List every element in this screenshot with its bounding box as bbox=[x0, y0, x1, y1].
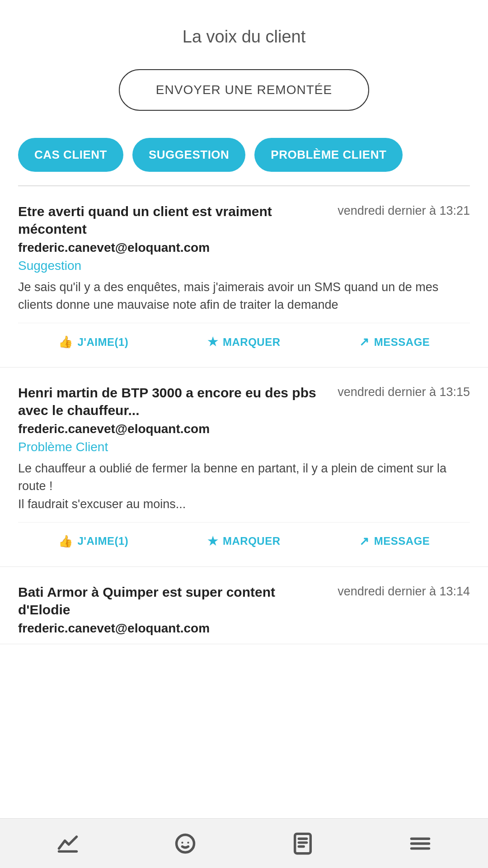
svg-point-2 bbox=[181, 841, 183, 843]
svg-point-3 bbox=[187, 841, 189, 843]
feed-item-tag: Problème Client bbox=[18, 440, 328, 454]
feed-item-date: vendredi dernier à 13:21 bbox=[338, 203, 470, 219]
feed-item: Henri martin de BTP 3000 a encore eu des… bbox=[0, 368, 488, 566]
feed-item-header: Bati Armor à Quimper est super content d… bbox=[18, 583, 470, 639]
star-icon: ★ bbox=[207, 335, 218, 349]
feed-item: Etre averti quand un client est vraiment… bbox=[0, 186, 488, 368]
message-icon: ↗ bbox=[359, 335, 370, 349]
feed-item-date: vendredi dernier à 13:14 bbox=[338, 583, 470, 599]
chart-icon bbox=[56, 832, 80, 855]
feed-item-author: frederic.canevet@eloquant.com bbox=[18, 241, 328, 255]
thumb-up-icon: 👍 bbox=[58, 534, 73, 548]
mark-button[interactable]: ★ MARQUER bbox=[169, 530, 319, 553]
message-label: MESSAGE bbox=[374, 336, 430, 349]
nav-docs-button[interactable] bbox=[286, 827, 319, 860]
bottom-spacer bbox=[0, 644, 488, 698]
nav-menu-button[interactable] bbox=[404, 827, 436, 860]
mark-label: MARQUER bbox=[223, 535, 281, 547]
filter-cas-client[interactable]: CAS CLIENT bbox=[18, 138, 123, 172]
feed-item-author: frederic.canevet@eloquant.com bbox=[18, 422, 328, 436]
feed-item: Bati Armor à Quimper est super content d… bbox=[0, 567, 488, 644]
like-label: J'AIME(1) bbox=[77, 336, 128, 349]
mark-button[interactable]: ★ MARQUER bbox=[169, 330, 319, 354]
bottom-navigation bbox=[0, 818, 488, 868]
feed-item-title: Henri martin de BTP 3000 a encore eu des… bbox=[18, 384, 328, 419]
nav-stats-button[interactable] bbox=[52, 827, 84, 860]
feed-item-actions: 👍 J'AIME(1) ★ MARQUER ↗ MESSAGE bbox=[18, 323, 470, 363]
feed-item-date: vendredi dernier à 13:15 bbox=[338, 384, 470, 400]
feed-item-title: Bati Armor à Quimper est super content d… bbox=[18, 583, 328, 618]
filter-suggestion[interactable]: SUGGESTION bbox=[132, 138, 245, 172]
menu-icon bbox=[408, 832, 432, 855]
feed-item-left: Bati Armor à Quimper est super content d… bbox=[18, 583, 328, 639]
send-remontee-button[interactable]: ENVOYER UNE REMONTÉE bbox=[119, 69, 369, 111]
doc-icon bbox=[291, 832, 314, 855]
message-icon: ↗ bbox=[359, 534, 370, 548]
send-button-container: ENVOYER UNE REMONTÉE bbox=[0, 65, 488, 129]
feed-list: Etre averti quand un client est vraiment… bbox=[0, 186, 488, 644]
thumb-up-icon: 👍 bbox=[58, 335, 73, 349]
like-button[interactable]: 👍 J'AIME(1) bbox=[18, 530, 169, 553]
filter-tabs: CAS CLIENT SUGGESTION PROBLÈME CLIENT bbox=[0, 129, 488, 185]
message-label: MESSAGE bbox=[374, 535, 430, 547]
feed-item-actions: 👍 J'AIME(1) ★ MARQUER ↗ MESSAGE bbox=[18, 522, 470, 562]
feed-item-body: Je sais qu'il y a des enquêtes, mais j'a… bbox=[18, 278, 470, 314]
svg-point-1 bbox=[177, 835, 194, 852]
feed-item-left: Henri martin de BTP 3000 a encore eu des… bbox=[18, 384, 328, 460]
feed-item-header: Etre averti quand un client est vraiment… bbox=[18, 203, 470, 278]
like-button[interactable]: 👍 J'AIME(1) bbox=[18, 330, 169, 354]
mark-label: MARQUER bbox=[223, 336, 281, 349]
like-label: J'AIME(1) bbox=[77, 535, 128, 547]
filter-probleme-client[interactable]: PROBLÈME CLIENT bbox=[254, 138, 403, 172]
feed-item-tag: Suggestion bbox=[18, 259, 328, 273]
feed-item-title: Etre averti quand un client est vraiment… bbox=[18, 203, 328, 238]
star-icon: ★ bbox=[207, 534, 218, 548]
feed-item-left: Etre averti quand un client est vraiment… bbox=[18, 203, 328, 278]
nav-feedback-button[interactable] bbox=[169, 827, 202, 860]
message-button[interactable]: ↗ MESSAGE bbox=[319, 530, 470, 553]
page-title: La voix du client bbox=[0, 0, 488, 65]
message-button[interactable]: ↗ MESSAGE bbox=[319, 330, 470, 354]
feed-item-author: frederic.canevet@eloquant.com bbox=[18, 621, 328, 636]
feed-item-body: Le chauffeur a oublié de fermer la benne… bbox=[18, 460, 470, 513]
chat-icon bbox=[174, 832, 197, 855]
feed-item-header: Henri martin de BTP 3000 a encore eu des… bbox=[18, 384, 470, 460]
